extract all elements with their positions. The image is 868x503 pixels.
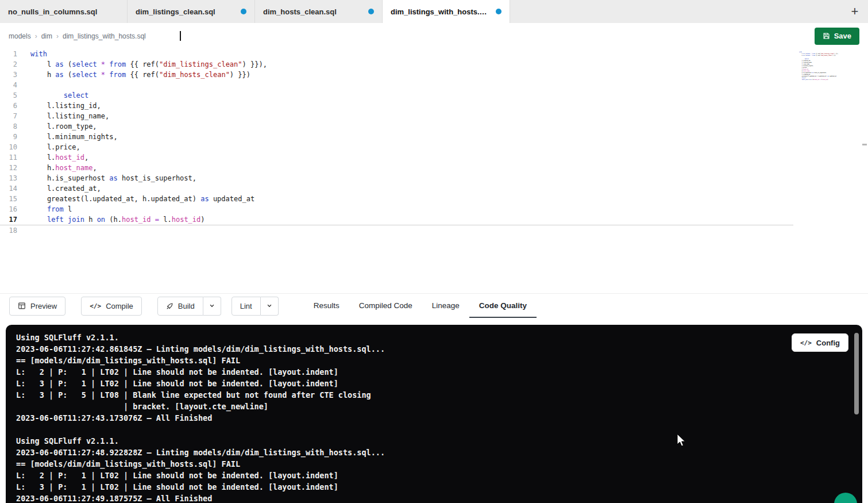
build-dropdown-button[interactable]: [203, 297, 221, 316]
new-tab-button[interactable]: +: [842, 0, 868, 23]
line-number: 8: [0, 121, 17, 132]
plus-icon: +: [851, 4, 859, 19]
config-label: Config: [816, 339, 840, 347]
code-line-2[interactable]: 2 l as (select * from {{ ref("dim_listin…: [0, 59, 868, 70]
minimap-line: [799, 80, 840, 82]
code-line-7[interactable]: 7 l.listing_name,: [0, 111, 868, 121]
action-toolbar: Preview </> Compile Build: [0, 293, 868, 318]
tab-results[interactable]: Results: [304, 294, 349, 318]
code-line-17[interactable]: 17 left join h on (h.host_id = l.host_id…: [0, 214, 793, 225]
tab-dim_listings_with_hosts.sql[interactable]: dim_listings_with_hosts.sql: [383, 0, 510, 23]
chevron-down-icon: [209, 303, 215, 309]
terminal-line: 2023-06-06T11:27:43.173076Z — All Finish…: [16, 412, 788, 424]
mouse-cursor: [677, 433, 687, 447]
code-text: h as (select * from {{ ref("dim_hosts_cl…: [17, 70, 250, 80]
code-line-18[interactable]: 18: [0, 225, 868, 236]
breadcrumb-segment[interactable]: dim_listings_with_hosts.sql: [63, 32, 146, 40]
terminal-line: | bracket. [layout.cte_newline]: [16, 401, 788, 412]
save-button[interactable]: Save: [815, 28, 859, 45]
tab-compiled-code[interactable]: Compiled Code: [349, 294, 422, 318]
tab-label: dim_listings_clean.sql: [136, 7, 215, 16]
code-text: [17, 225, 30, 236]
code-line-1[interactable]: 1with: [0, 49, 868, 59]
lint-button[interactable]: Lint: [232, 297, 261, 316]
code-line-15[interactable]: 15 greatest(l.updated_at, h.updated_at) …: [0, 194, 868, 204]
code-text: select: [17, 90, 88, 101]
code-editor[interactable]: 1with2 l as (select * from {{ ref("dim_l…: [0, 49, 868, 293]
minimap[interactable]: with l as (select * from {{ ref("dim_lis…: [799, 51, 840, 82]
compile-button[interactable]: </> Compile: [81, 297, 142, 316]
tab-no_nulls_in_columns.sql[interactable]: no_nulls_in_columns.sql: [0, 0, 128, 23]
terminal-scrollbar[interactable]: [854, 329, 859, 498]
code-text: greatest(l.updated_at, h.updated_at) as …: [17, 194, 254, 204]
tab-lineage[interactable]: Lineage: [422, 294, 469, 318]
code-line-11[interactable]: 11 l.host_id,: [0, 152, 868, 163]
code-line-4[interactable]: 4: [0, 80, 868, 90]
code-line-5[interactable]: 5 select: [0, 90, 868, 101]
code-text: l.minimum_nights,: [17, 132, 118, 142]
dbt-ide-window: no_nulls_in_columns.sqldim_listings_clea…: [0, 0, 868, 503]
chevron-down-icon: [267, 303, 272, 309]
line-number: 17: [0, 214, 17, 225]
line-number: 7: [0, 111, 17, 121]
line-number: 1: [0, 49, 17, 59]
unsaved-changes-icon: [368, 9, 374, 14]
code-text: l.host_id,: [17, 152, 88, 163]
file-header: models›dim›dim_listings_with_hosts.sql S…: [0, 23, 868, 49]
code-text: h.is_superhost as host_is_superhost,: [17, 173, 196, 183]
breadcrumb-separator: ›: [56, 32, 59, 40]
terminal-line: 2023-06-06T11:27:42.861845Z — Linting mo…: [16, 343, 788, 355]
unsaved-changes-icon: [241, 9, 246, 14]
code-text: l.listing_id,: [17, 101, 101, 111]
terminal-line: L: 2 | P: 1 | LT02 | Line should not be …: [16, 470, 788, 481]
text-caret: [180, 31, 181, 41]
lint-dropdown-button[interactable]: [261, 297, 279, 316]
code-icon: </>: [800, 339, 812, 347]
terminal-line: L: 2 | P: 1 | LT02 | Line should not be …: [16, 366, 788, 378]
line-number: 14: [0, 183, 17, 194]
terminal-line: 2023-06-06T11:27:48.922828Z — Linting mo…: [16, 447, 788, 458]
save-icon: [823, 32, 830, 40]
tab-dim_listings_clean.sql[interactable]: dim_listings_clean.sql: [128, 0, 255, 23]
code-line-8[interactable]: 8 l.room_type,: [0, 121, 868, 132]
config-button[interactable]: </> Config: [792, 333, 848, 352]
code-line-16[interactable]: 16 from l: [0, 204, 868, 214]
line-number: 4: [0, 80, 17, 90]
build-button[interactable]: Build: [157, 297, 203, 316]
terminal-line: Using SQLFluff v2.1.1.: [16, 435, 788, 447]
terminal-scrollbar-thumb[interactable]: [854, 333, 859, 414]
tab-dim_hosts_clean.sql[interactable]: dim_hosts_clean.sql: [255, 0, 383, 23]
line-number: 3: [0, 70, 17, 80]
line-number: 9: [0, 132, 17, 142]
result-tabs: ResultsCompiled CodeLineageCode Quality: [304, 294, 537, 318]
terminal-line: == [models/dim/dim_listings_with_hosts.s…: [16, 458, 788, 470]
code-text: l.price,: [17, 142, 80, 152]
line-number: 15: [0, 194, 17, 204]
line-number: 6: [0, 101, 17, 111]
line-number: 10: [0, 142, 17, 152]
code-line-6[interactable]: 6 l.listing_id,: [0, 101, 868, 111]
code-line-12[interactable]: 12 h.host_name,: [0, 163, 868, 173]
breadcrumb-segment[interactable]: dim: [41, 32, 52, 40]
line-number: 11: [0, 152, 17, 163]
save-label: Save: [834, 32, 851, 40]
tab-bar: no_nulls_in_columns.sqldim_listings_clea…: [0, 0, 868, 23]
preview-label: Preview: [30, 302, 57, 310]
code-line-14[interactable]: 14 l.created_at,: [0, 183, 868, 194]
unsaved-changes-icon: [496, 9, 501, 14]
code-line-3[interactable]: 3 h as (select * from {{ ref("dim_hosts_…: [0, 70, 868, 80]
breadcrumb-segment[interactable]: models: [9, 32, 31, 40]
code-line-13[interactable]: 13 h.is_superhost as host_is_superhost,: [0, 173, 868, 183]
code-text: with: [17, 49, 47, 59]
code-text: h.host_name,: [17, 163, 97, 173]
tab-code-quality[interactable]: Code Quality: [469, 294, 537, 318]
lint-split-button: Lint: [232, 297, 279, 316]
code-text: l.created_at,: [17, 183, 101, 194]
code-text: from l: [17, 204, 72, 214]
code-line-10[interactable]: 10 l.price,: [0, 142, 868, 152]
preview-button[interactable]: Preview: [9, 297, 65, 316]
line-number: 18: [0, 225, 17, 236]
terminal-line: L: 3 | P: 1 | LT02 | Line should not be …: [16, 481, 788, 493]
code-text: l.room_type,: [17, 121, 97, 132]
code-line-9[interactable]: 9 l.minimum_nights,: [0, 132, 868, 142]
